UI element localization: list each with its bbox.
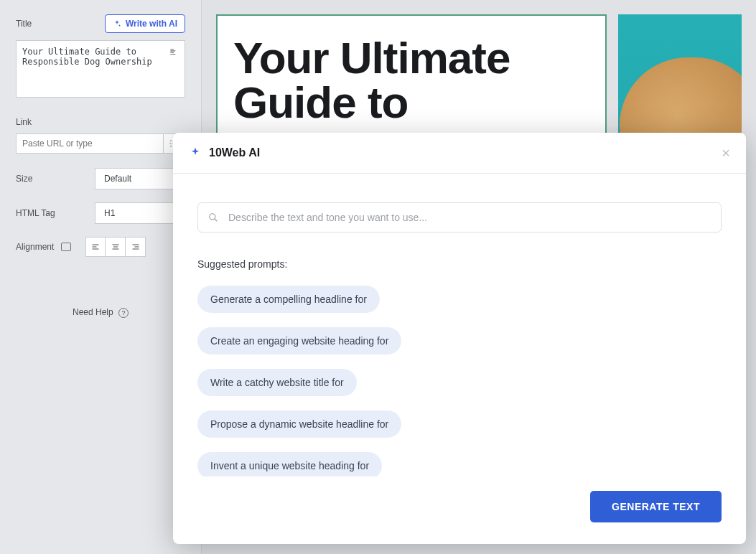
suggestion-chip[interactable]: Invent a unique website heading for [197, 452, 382, 476]
suggested-prompts-label: Suggested prompts: [197, 258, 722, 270]
suggestion-chips: Generate a compelling headline for Creat… [197, 286, 722, 476]
need-help-label: Need Help [73, 307, 113, 317]
modal-header: 10Web AI × [173, 133, 746, 174]
search-icon [208, 212, 218, 222]
suggestion-chip[interactable]: Generate a compelling headline for [197, 286, 380, 313]
link-field-group: Link [16, 115, 185, 154]
align-center-icon [111, 243, 120, 251]
sparkle-icon [113, 19, 121, 28]
size-label: Size [16, 174, 95, 184]
prompt-input-wrapper [197, 202, 722, 233]
editor-sidebar: Title Write with AI Link Size Default [0, 0, 202, 554]
modal-footer: GENERATE TEXT [173, 476, 746, 544]
link-label: Link [16, 117, 32, 127]
generate-text-button[interactable]: GENERATE TEXT [590, 491, 722, 522]
link-input[interactable] [16, 133, 164, 154]
size-row: Size Default [16, 168, 185, 189]
write-with-ai-button[interactable]: Write with AI [105, 14, 185, 33]
htmltag-row: HTML Tag H1 [16, 202, 185, 224]
modal-body: Suggested prompts: Generate a compelling… [173, 174, 746, 476]
prompt-input[interactable] [228, 212, 711, 223]
htmltag-select[interactable]: H1 [95, 202, 185, 224]
link-row [16, 133, 185, 154]
modal-close-button[interactable]: × [722, 146, 730, 160]
title-field-group: Title Write with AI [16, 14, 185, 100]
align-left-icon [91, 243, 100, 251]
suggestion-chip[interactable]: Create an engaging website heading for [197, 327, 401, 355]
svg-point-1 [210, 214, 215, 220]
align-right-icon [131, 243, 140, 251]
title-label: Title [16, 19, 32, 29]
size-select[interactable]: Default [95, 168, 185, 189]
need-help[interactable]: Need Help ? [16, 307, 185, 318]
htmltag-label: HTML Tag [16, 208, 95, 218]
title-row: Title Write with AI [16, 14, 185, 33]
sparkle-icon [189, 146, 202, 159]
modal-title: 10Web AI [209, 146, 722, 159]
dynamic-tags-icon[interactable] [167, 44, 181, 59]
hero-title: Your Ultimate Guide to [233, 36, 589, 125]
alignment-label: Alignment [16, 242, 54, 252]
write-with-ai-label: Write with AI [126, 19, 177, 29]
align-center-button[interactable] [106, 237, 126, 257]
align-left-button[interactable] [85, 237, 106, 257]
title-textarea-wrapper [16, 40, 185, 100]
title-textarea[interactable] [16, 40, 185, 98]
suggestion-chip[interactable]: Propose a dynamic website headline for [197, 410, 401, 438]
ai-modal: 10Web AI × Suggested prompts: Generate a… [173, 133, 746, 544]
responsive-icon[interactable] [61, 243, 71, 251]
suggestion-chip[interactable]: Write a catchy website title for [197, 369, 357, 396]
alignment-group [85, 237, 146, 257]
alignment-row: Alignment [16, 237, 185, 257]
align-right-button[interactable] [126, 237, 146, 257]
help-icon: ? [118, 308, 129, 318]
